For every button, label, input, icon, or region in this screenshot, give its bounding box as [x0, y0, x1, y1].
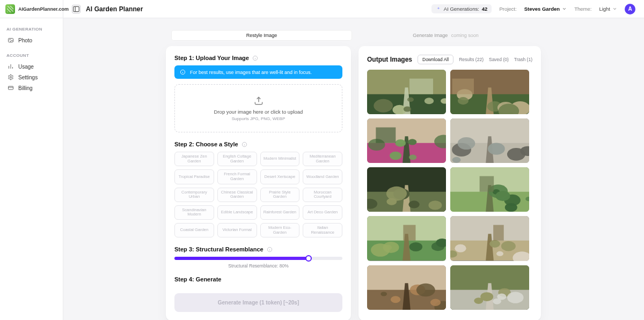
logo-icon [5, 4, 15, 14]
generations-badge[interactable]: AI Generations: 42 [431, 4, 492, 13]
dropzone-subtext: Supports JPG, PNG, WEBP [232, 116, 286, 121]
resemblance-slider[interactable] [174, 257, 342, 260]
step2-heading: Step 2: Choose a Style [174, 141, 342, 147]
output-thumbnail[interactable] [450, 70, 529, 114]
info-icon[interactable] [267, 247, 273, 252]
output-thumbnail[interactable] [450, 167, 529, 212]
style-option[interactable]: Mediterranean Garden [303, 152, 342, 166]
output-thumbnail[interactable] [450, 216, 529, 261]
thumbnails-grid [367, 70, 529, 310]
site-name: AIGardenPlanner.com [18, 6, 69, 12]
output-thumbnail[interactable] [367, 216, 446, 261]
download-all-button[interactable]: Download All [418, 55, 453, 64]
step3-heading: Step 3: Structural Resemblance [174, 246, 342, 252]
input-panel: Step 1: Upload Your Image For best resul… [166, 46, 351, 320]
output-thumbnail[interactable] [450, 265, 529, 310]
header-main: AI Garden Planner AI Generations: 42 Pro… [63, 4, 644, 14]
output-thumbnail[interactable] [450, 118, 529, 163]
upload-icon [253, 95, 264, 106]
svg-point-2 [10, 39, 11, 40]
sidebar-heading-ai: AI GENERATION [6, 27, 57, 32]
step2-title: Step 2: Choose a Style [174, 141, 238, 147]
svg-rect-51 [450, 118, 529, 163]
filter-saved[interactable]: Saved (0) [489, 57, 509, 62]
app-header: AIGardenPlanner.com AI Garden Planner AI… [0, 0, 644, 18]
generations-count: 42 [482, 6, 488, 12]
output-panel: Output Images Download All Results (22) … [358, 46, 541, 320]
style-option[interactable]: Moroccan Courtyard [303, 188, 342, 202]
svg-rect-83 [367, 216, 446, 261]
sidebar-item-photo[interactable]: Photo [5, 35, 57, 46]
project-select[interactable]: Steves Garden [524, 6, 567, 12]
style-option[interactable]: Desert Xeriscape [260, 169, 300, 184]
style-option[interactable]: English Cottage Garden [217, 152, 257, 166]
theme-select[interactable]: Light [599, 6, 617, 12]
svg-rect-30 [450, 70, 529, 114]
slider-thumb[interactable] [305, 255, 312, 262]
style-option[interactable]: Modern Minimalist [260, 152, 300, 166]
output-thumbnail[interactable] [367, 167, 446, 212]
style-option[interactable]: Art Deco Garden [303, 205, 342, 220]
style-option[interactable]: Italian Renaissance [303, 223, 342, 237]
style-option[interactable]: Victorian Formal [217, 223, 257, 237]
sidebar-item-usage[interactable]: Usage [5, 61, 57, 72]
sparkle-icon [436, 6, 441, 12]
sidebar-collapse-button[interactable] [72, 5, 80, 13]
svg-rect-104 [367, 265, 446, 310]
step4-title: Step 4: Generate [174, 276, 221, 282]
style-option[interactable]: Japanese Zen Garden [174, 152, 214, 166]
info-icon[interactable] [252, 55, 258, 61]
credit-card-icon [8, 85, 14, 91]
style-option[interactable]: Modern Eco-Garden [260, 223, 300, 237]
sidebar-item-settings[interactable]: Settings [5, 72, 57, 83]
upload-hint-text: For best results, use images that are we… [190, 70, 312, 75]
style-option[interactable]: Coastal Garden [174, 223, 214, 237]
svg-rect-19 [367, 70, 446, 114]
svg-rect-72 [450, 167, 529, 212]
sidebar-item-label: Billing [18, 85, 33, 91]
theme-value: Light [599, 6, 610, 12]
chevron-down-icon [562, 6, 567, 11]
app-title: AI Garden Planner [86, 5, 143, 13]
info-icon[interactable] [241, 142, 247, 147]
style-option[interactable]: Contemporary Urban [174, 188, 214, 202]
tab-restyle-image[interactable]: Restyle Image [171, 30, 352, 41]
svg-point-3 [10, 77, 12, 78]
slider-fill [174, 257, 309, 260]
thumbnails-scroll[interactable] [367, 70, 532, 310]
style-option[interactable]: Edible Landscape [217, 205, 257, 220]
user-avatar[interactable]: A [625, 4, 635, 14]
svg-rect-114 [450, 265, 529, 310]
tab-generate-image[interactable]: Generate Image coming soon [355, 30, 536, 41]
theme-label: Theme: [574, 6, 591, 12]
gear-icon [8, 74, 14, 80]
output-thumbnail[interactable] [367, 70, 446, 114]
svg-rect-94 [450, 216, 529, 261]
style-option[interactable]: Scandinavian Modern [174, 205, 214, 220]
filter-trash[interactable]: Trash (1) [514, 57, 532, 62]
output-thumbnail[interactable] [367, 118, 446, 163]
output-thumbnail[interactable] [367, 265, 446, 310]
chevron-down-icon [612, 6, 617, 11]
workflow-tabs: Restyle Image Generate Image coming soon [171, 30, 536, 41]
filter-results[interactable]: Results (22) [459, 57, 484, 62]
image-dropzone[interactable]: Drop your image here or click to upload … [174, 84, 342, 132]
style-option[interactable]: Prairie Style Garden [260, 188, 300, 202]
step1-heading: Step 1: Upload Your Image [174, 55, 342, 61]
style-option[interactable]: Woodland Garden [303, 169, 342, 184]
generate-button[interactable]: Generate Image (1 token) [~20s] [174, 293, 342, 312]
sidebar-item-label: Settings [18, 75, 38, 80]
svg-rect-4 [9, 86, 13, 90]
bar-chart-icon [8, 63, 14, 70]
style-option[interactable]: Tropical Paradise [174, 169, 214, 184]
project-label: Project: [499, 6, 516, 12]
style-option[interactable]: Rainforest Garden [260, 205, 300, 220]
brand-area[interactable]: AIGardenPlanner.com [0, 0, 63, 18]
project-name: Steves Garden [524, 6, 560, 12]
tab-soon-badge: coming soon [451, 33, 479, 38]
svg-rect-0 [74, 6, 79, 11]
style-option[interactable]: French Formal Garden [217, 169, 257, 184]
style-option[interactable]: Chinese Classical Garden [217, 188, 257, 202]
sidebar-item-billing[interactable]: Billing [5, 83, 57, 93]
step1-title: Step 1: Upload Your Image [174, 55, 249, 61]
